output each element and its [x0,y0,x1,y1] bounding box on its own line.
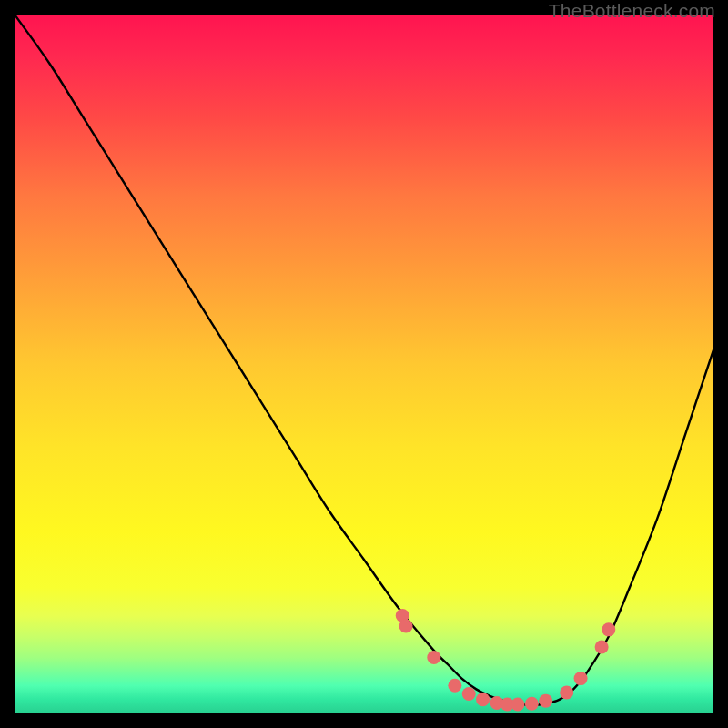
marker-point [539,694,552,708]
watermark-text: TheBottleneck.com [549,0,715,22]
marker-point [427,651,440,664]
marker-point [462,687,476,701]
highlight-markers [396,609,616,712]
marker-point [574,672,588,685]
bottleneck-curve [15,15,713,705]
marker-point [448,679,461,693]
marker-point [560,685,573,699]
marker-point [399,620,413,633]
marker-point [511,698,524,712]
marker-point [602,622,615,636]
curve-layer [15,15,713,713]
marker-point [476,693,490,706]
chart-plot-area [15,15,713,713]
marker-point [595,641,609,654]
marker-point [525,697,539,711]
